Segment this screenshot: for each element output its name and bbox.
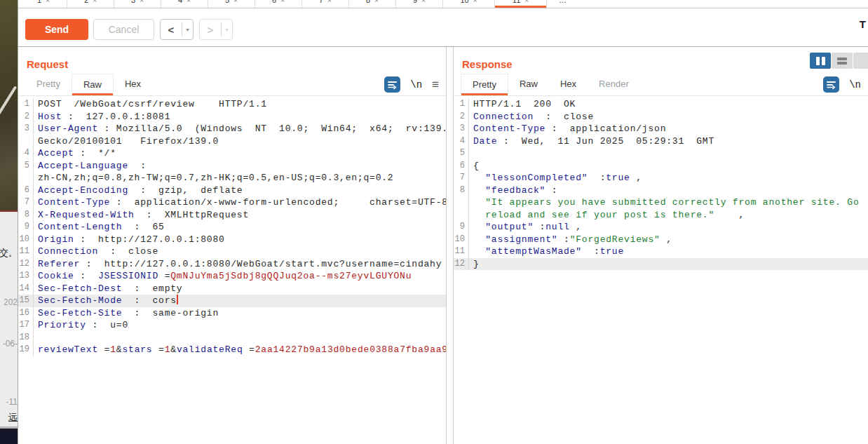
close-tab-icon[interactable]: × [524,0,529,4]
repeater-tab-10[interactable]: 10× [443,0,495,8]
background-text-fragment: -11 [6,397,18,407]
editor-line[interactable]: 5 [454,147,868,160]
repeater-tab-7[interactable]: 7× [302,0,349,8]
response-tab-render[interactable]: Render [588,74,640,95]
editor-line[interactable]: zh-CN,zh;q=0.8,zh-TW;q=0.7,zh-HK;q=0.5,e… [18,172,446,184]
line-number: 12 [18,258,34,271]
editor-menu-icon[interactable]: ≡ [432,78,439,92]
line-content: Referer : http://127.0.0.1:8080/WebGoat/… [34,258,442,271]
editor-line[interactable]: 11 "attemptWasMade" :true [454,245,868,258]
editor-line[interactable]: 15Sec-Fetch-Mode : cors [18,295,446,307]
background-taskbar-fragment [0,429,18,444]
background-link-fragment[interactable]: 远 [8,411,18,424]
editor-line[interactable]: 12} [454,258,868,271]
editor-line[interactable]: 8X-Requested-With : XMLHttpRequest [18,209,446,222]
request-tab-hex[interactable]: Hex [114,74,152,95]
close-tab-icon[interactable]: × [140,0,144,4]
editor-line[interactable]: 9Content-Length : 65 [18,221,446,234]
back-chevron-icon[interactable]: < [161,24,182,36]
rows-layout-icon[interactable] [832,53,853,69]
editor-line[interactable]: 11Connection : close [18,245,446,258]
request-tab-pretty[interactable]: Pretty [25,74,72,95]
repeater-tab-2[interactable]: 2× [67,0,114,8]
editor-line[interactable]: 8 "feedback" : [454,184,868,197]
line-number: 5 [18,160,34,173]
forward-dropdown-icon[interactable]: ▾ [222,27,232,33]
editor-line[interactable]: 6{ [454,160,868,173]
editor-line[interactable]: 3User-Agent : Mozilla/5.0 (Windows NT 10… [18,123,446,135]
request-editor[interactable]: 1POST /WebGoat/csrf/review HTTP/1.12Host… [18,96,446,444]
repeater-tab-11[interactable]: 11× [495,0,547,8]
close-tab-icon[interactable]: × [280,0,285,4]
editor-line[interactable]: 2Host : 127.0.0.1:8081 [18,111,446,123]
editor-line[interactable]: 14Sec-Fetch-Dest : empty [18,283,446,295]
show-newlines-icon[interactable]: \n [410,79,422,90]
editor-line[interactable]: 16Sec-Fetch-Site : same-origin [18,307,446,320]
line-number: 8 [18,209,34,222]
tabs-layout-icon[interactable] [853,53,868,69]
editor-line[interactable]: 4Accept : */* [18,147,446,160]
forward-chevron-icon[interactable]: > [200,24,221,36]
show-newlines-icon[interactable]: \n [849,79,861,90]
line-content: Content-Length : 65 [34,221,165,234]
prettify-icon[interactable] [384,76,400,93]
layout-toggle-group [810,53,868,69]
editor-line[interactable]: 13Cookie : JSESSIONID =QmNJuYma5jSdbj8gQ… [18,270,446,283]
history-back-button[interactable]: < ▾ [160,19,194,40]
line-content: Connection : close [34,245,158,258]
editor-line[interactable]: "It appears you have submitted correctly… [454,196,868,209]
response-tab-pretty[interactable]: Pretty [461,74,508,95]
close-tab-icon[interactable]: × [473,0,477,4]
line-content: Date : Wed, 11 Jun 2025 05:29:31 GMT [469,135,714,148]
tab-overflow-button[interactable]: … [547,0,578,8]
editor-line[interactable]: 12Referer : http://127.0.0.1:8080/WebGoa… [18,258,446,271]
background-text-fragment: 202 [4,297,18,307]
editor-line[interactable]: 3Content-Type : application/json [454,123,868,135]
editor-line[interactable]: 4Date : Wed, 11 Jun 2025 05:29:31 GMT [454,135,868,148]
repeater-tab-9[interactable]: 9× [396,0,443,8]
editor-line[interactable]: 7 "lessonCompleted" :true , [454,172,868,184]
prettify-icon[interactable] [823,76,839,93]
close-tab-icon[interactable]: × [374,0,379,4]
response-editor[interactable]: 1HTTP/1.1 200 OK2Connection : close3Cont… [454,96,868,444]
line-content: Gecko/20100101 Firefox/139.0 [34,135,219,148]
editor-line[interactable]: 10Origin : http://127.0.0.1:8080 [18,234,446,246]
close-tab-icon[interactable]: × [327,0,332,4]
editor-line[interactable]: 17Priority : u=0 [18,319,446,332]
close-tab-icon[interactable]: × [187,0,191,4]
editor-line[interactable]: 2Connection : close [454,111,868,123]
repeater-tab-8[interactable]: 8× [349,0,396,8]
line-content: X-Requested-With : XMLHttpRequest [34,209,249,222]
repeater-tab-6[interactable]: 6× [255,0,302,8]
request-tab-raw[interactable]: Raw [72,74,114,95]
editor-line[interactable]: 1POST /WebGoat/csrf/review HTTP/1.1 [18,98,446,111]
close-tab-icon[interactable]: × [46,0,50,4]
editor-line[interactable]: 1HTTP/1.1 200 OK [454,98,868,111]
editor-line[interactable]: reload and see if your post is there." , [454,209,868,222]
editor-line[interactable]: 7Content-Type : application/x-www-form-u… [18,196,446,209]
repeater-tab-1[interactable]: 1× [20,0,67,8]
line-content: "assignment" :"ForgedReviews" , [469,234,672,246]
close-tab-icon[interactable]: × [421,0,426,4]
response-tab-raw[interactable]: Raw [508,74,549,95]
columns-layout-icon[interactable] [810,53,831,69]
editor-line[interactable]: Gecko/20100101 Firefox/139.0 [18,135,446,148]
repeater-tab-4[interactable]: 4× [161,0,208,8]
editor-line[interactable]: 10 "assignment" :"ForgedReviews" , [454,234,868,246]
cancel-button[interactable]: Cancel [93,19,154,40]
repeater-tab-5[interactable]: 5× [208,0,255,8]
editor-line[interactable]: 18 [18,332,446,344]
send-button[interactable]: Send [25,19,88,40]
close-tab-icon[interactable]: × [233,0,238,4]
editor-line[interactable]: 5Accept-Language : [18,160,446,173]
line-content [469,147,473,160]
history-forward-button[interactable]: > ▾ [199,19,233,40]
response-editor-icons: \n [823,76,861,93]
response-tab-hex[interactable]: Hex [549,74,588,95]
editor-line[interactable]: 19reviewText =1&stars =1&validateReq =2a… [18,344,446,356]
repeater-tab-3[interactable]: 3× [114,0,161,8]
editor-line[interactable]: 6Accept-Encoding : gzip, deflate [18,184,446,197]
back-dropdown-icon[interactable]: ▾ [182,27,193,33]
close-tab-icon[interactable]: × [93,0,97,4]
editor-line[interactable]: 9 "output" :null , [454,221,868,234]
